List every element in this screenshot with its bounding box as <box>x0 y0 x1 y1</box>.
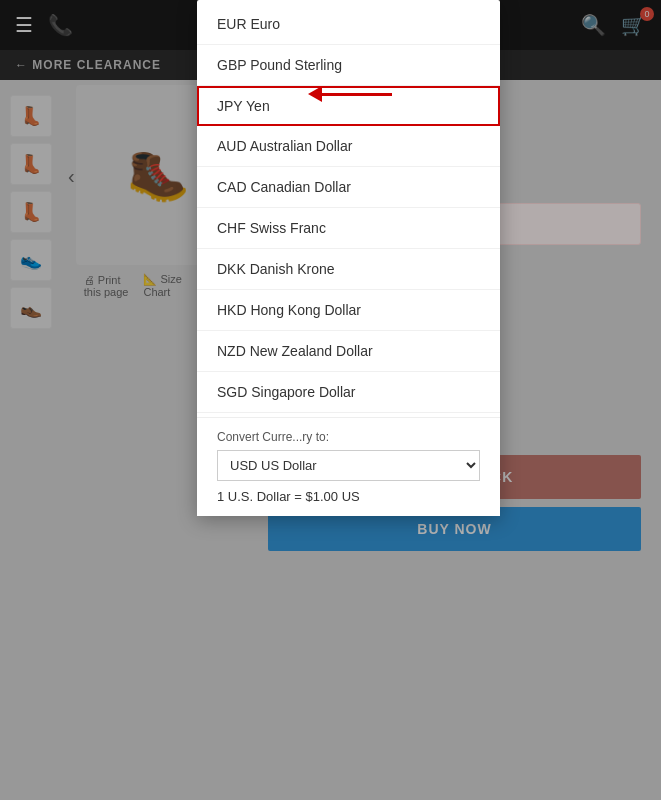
currency-item-eur[interactable]: EUR Euro <box>197 4 500 45</box>
currency-item-gbp[interactable]: GBP Pound Sterling <box>197 45 500 86</box>
currency-list: EUR Euro GBP Pound Sterling JPY Yen AUD … <box>197 0 500 417</box>
currency-item-nzd[interactable]: NZD New Zealand Dollar <box>197 331 500 372</box>
currency-dropdown-panel: EUR Euro GBP Pound Sterling JPY Yen AUD … <box>197 0 500 516</box>
currency-item-aud[interactable]: AUD Australian Dollar <box>197 126 500 167</box>
currency-item-chf[interactable]: CHF Swiss Franc <box>197 208 500 249</box>
arrow-head <box>308 86 322 102</box>
currency-item-hkd[interactable]: HKD Hong Kong Dollar <box>197 290 500 331</box>
convert-section: Convert Curre...ry to: USD US Dollar 1 U… <box>197 417 500 516</box>
convert-label: Convert Curre...ry to: <box>217 430 480 444</box>
currency-item-cad[interactable]: CAD Canadian Dollar <box>197 167 500 208</box>
arrow-indicator <box>308 86 392 102</box>
arrow-line <box>322 93 392 96</box>
currency-item-dkk[interactable]: DKK Danish Krone <box>197 249 500 290</box>
conversion-rate: 1 U.S. Dollar = $1.00 US <box>217 489 480 504</box>
currency-item-sgd[interactable]: SGD Singapore Dollar <box>197 372 500 413</box>
currency-select[interactable]: USD US Dollar <box>217 450 480 481</box>
